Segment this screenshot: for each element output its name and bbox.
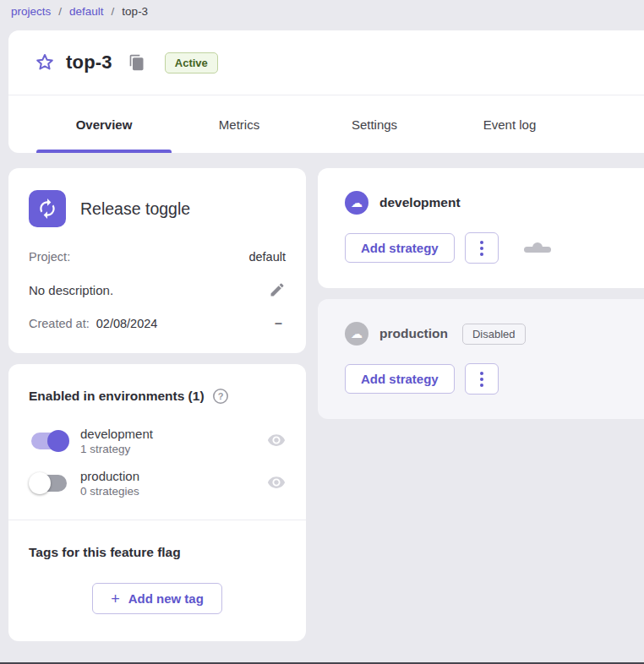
release-toggle-icon bbox=[29, 190, 66, 227]
collapse-details-button[interactable]: – bbox=[275, 316, 286, 331]
left-column: Release toggle Project: default No descr… bbox=[8, 168, 306, 641]
description-row: No description. bbox=[29, 281, 286, 298]
disabled-badge: Disabled bbox=[462, 324, 526, 345]
more-actions-button[interactable] bbox=[465, 363, 499, 395]
env-strategy-count: 1 strategy bbox=[80, 443, 153, 455]
right-column: ☁ development Add strategy ☁ production … bbox=[318, 168, 644, 419]
add-new-tag-button[interactable]: + Add new tag bbox=[92, 583, 222, 614]
visibility-eye-icon[interactable] bbox=[267, 473, 286, 494]
breadcrumb-link-default[interactable]: default bbox=[69, 5, 104, 18]
created-at-label: Created at: bbox=[29, 317, 90, 330]
environments-header: Enabled in environments (1) ? bbox=[8, 388, 306, 405]
env-toggle-production[interactable] bbox=[29, 471, 69, 495]
created-at-row: Created at: 02/08/2024 – bbox=[29, 316, 286, 331]
feature-overview-card: Release toggle Project: default No descr… bbox=[8, 168, 306, 353]
feature-title-row: top-3 Active bbox=[8, 30, 644, 95]
project-label: Project: bbox=[29, 250, 70, 264]
tab-settings[interactable]: Settings bbox=[307, 95, 442, 153]
breadcrumb-link-projects[interactable]: projects bbox=[11, 5, 51, 18]
environment-name: production bbox=[379, 326, 448, 341]
environments-card: Enabled in environments (1) ? developmen… bbox=[8, 364, 306, 641]
created-at-value: 02/08/2024 bbox=[96, 317, 158, 330]
status-badge: Active bbox=[165, 52, 218, 73]
card-divider bbox=[8, 520, 306, 520]
breadcrumb: projects / default / top-3 bbox=[0, 0, 644, 18]
project-row: Project: default bbox=[29, 250, 286, 264]
help-icon[interactable]: ? bbox=[212, 388, 229, 405]
add-new-tag-label: Add new tag bbox=[128, 591, 204, 606]
environments-title: Enabled in environments (1) bbox=[29, 389, 205, 404]
copy-name-icon[interactable] bbox=[128, 54, 145, 71]
env-row-production: production 0 strategies bbox=[8, 469, 306, 498]
env-strategy-count: 0 strategies bbox=[80, 485, 139, 498]
breadcrumb-separator: / bbox=[112, 5, 115, 18]
tab-metrics[interactable]: Metrics bbox=[172, 95, 307, 153]
tab-overview[interactable]: Overview bbox=[36, 95, 172, 153]
visibility-eye-icon[interactable] bbox=[267, 431, 286, 452]
plus-icon: + bbox=[111, 593, 120, 605]
favorite-star-icon[interactable] bbox=[35, 52, 55, 73]
strategy-card-production: ☁ production Disabled Add strategy bbox=[318, 299, 644, 419]
tab-event-log[interactable]: Event log bbox=[442, 95, 577, 153]
environment-name: development bbox=[379, 195, 461, 210]
project-value: default bbox=[248, 250, 286, 264]
add-strategy-button[interactable]: Add strategy bbox=[345, 364, 455, 394]
environment-header: ☁ development bbox=[345, 191, 644, 215]
feature-tabs: Overview Metrics Settings Event log bbox=[8, 95, 644, 153]
environment-header: ☁ production Disabled bbox=[345, 322, 644, 346]
description-text: No description. bbox=[29, 283, 113, 297]
page-title: top-3 bbox=[66, 52, 112, 73]
environment-cloud-icon: ☁ bbox=[345, 322, 368, 346]
more-actions-button[interactable] bbox=[465, 232, 499, 264]
env-row-development: development 1 strategy bbox=[8, 427, 306, 455]
small-cloud-icon bbox=[524, 242, 551, 253]
environment-actions: Add strategy bbox=[345, 363, 644, 395]
breadcrumb-separator: / bbox=[58, 5, 62, 18]
strategy-card-development: ☁ development Add strategy bbox=[318, 168, 644, 288]
env-name: production bbox=[80, 469, 139, 483]
svg-text:?: ? bbox=[217, 391, 223, 401]
environment-cloud-icon: ☁ bbox=[345, 191, 368, 215]
feature-header-card: top-3 Active Overview Metrics Settings E… bbox=[8, 30, 644, 153]
edit-description-icon[interactable] bbox=[269, 281, 286, 298]
tags-section-title: Tags for this feature flag bbox=[29, 545, 286, 560]
environment-actions: Add strategy bbox=[345, 232, 644, 264]
env-toggle-development[interactable] bbox=[29, 429, 69, 453]
feature-type-label: Release toggle bbox=[80, 199, 190, 219]
breadcrumb-current: top-3 bbox=[122, 5, 148, 18]
add-strategy-button[interactable]: Add strategy bbox=[345, 233, 455, 263]
env-name: development bbox=[80, 427, 153, 441]
feature-type-row: Release toggle bbox=[29, 190, 286, 227]
main-content: Release toggle Project: default No descr… bbox=[8, 168, 644, 641]
